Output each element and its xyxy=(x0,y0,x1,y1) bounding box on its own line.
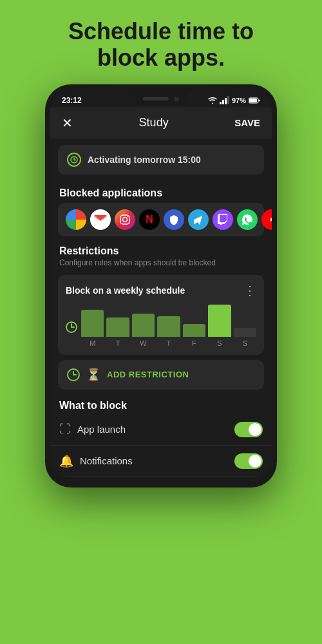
add-restriction-label[interactable]: ADD RESTRICTION xyxy=(107,370,189,379)
add-restriction-clock-icon xyxy=(67,368,80,381)
close-button[interactable]: ✕ xyxy=(62,115,73,131)
camera-dot xyxy=(174,97,179,102)
toggle-row-app-launch: ⛶ App launch xyxy=(50,414,272,446)
notifications-toggle[interactable] xyxy=(234,453,263,469)
toggle-row-notifications: 🔔 Notifications xyxy=(50,446,272,477)
app-icon-netflix[interactable]: N xyxy=(139,209,160,230)
restrictions-section: Restrictions Configure rules when apps s… xyxy=(50,239,272,270)
topbar: ✕ Study SAVE xyxy=(50,108,272,138)
signal-icon xyxy=(220,96,229,104)
add-restriction-button[interactable]: ⏳ ADD RESTRICTION xyxy=(58,360,264,390)
chart-clock-icon xyxy=(66,321,77,336)
restrictions-subtitle: Configure rules when apps should be bloc… xyxy=(59,258,263,267)
activation-banner: Activating tomorrow 15:00 xyxy=(58,145,264,175)
notifications-label: Notifications xyxy=(80,455,133,466)
add-restriction-hourglass-icon: ⏳ xyxy=(86,368,100,382)
svg-rect-11 xyxy=(222,216,223,219)
app-icon-telegram[interactable] xyxy=(188,209,209,230)
topbar-title: Study xyxy=(139,116,169,129)
activation-text: Activating tomorrow 15:00 xyxy=(88,155,201,165)
app-icon-relay[interactable] xyxy=(164,209,184,230)
status-time: 23:12 xyxy=(62,96,82,105)
app-icon-twitch[interactable] xyxy=(213,209,233,230)
weekly-title: Block on a weekly schedule xyxy=(66,285,185,296)
app-icon-instagram[interactable] xyxy=(115,209,135,230)
battery-icon xyxy=(249,97,260,104)
app-icon-youtube[interactable] xyxy=(261,209,272,230)
app-launch-toggle[interactable] xyxy=(234,422,263,437)
clock-icon xyxy=(67,153,81,167)
svg-rect-10 xyxy=(224,216,225,219)
phone-notch-center xyxy=(135,92,187,106)
phone-wrapper: 23:12 97% xyxy=(45,84,277,488)
app-icon-gmail[interactable] xyxy=(90,209,111,230)
app-icon-whatsapp[interactable] xyxy=(237,209,258,230)
app-launch-label: App launch xyxy=(77,424,126,435)
speaker xyxy=(143,97,169,100)
svg-rect-1 xyxy=(249,99,257,102)
wifi-icon xyxy=(208,97,217,104)
svg-point-9 xyxy=(128,216,129,217)
what-to-block-title: What to block xyxy=(50,393,272,414)
chart-bars: M T W T xyxy=(81,305,256,347)
apps-row: N ⋮ xyxy=(58,203,264,236)
app-launch-icon: ⛶ xyxy=(59,422,71,436)
weekly-schedule-card: Block on a weekly schedule ⋮ M xyxy=(58,275,264,355)
weekly-more-button[interactable]: ⋮ xyxy=(243,283,256,298)
notifications-icon: 🔔 xyxy=(59,454,73,468)
headline: Schedule time toblock apps. xyxy=(43,0,279,84)
app-icon-chrome[interactable] xyxy=(66,209,86,230)
blocked-apps-label: Blocked applications xyxy=(50,181,272,203)
restrictions-title: Restrictions xyxy=(59,245,263,257)
svg-rect-2 xyxy=(259,99,260,101)
battery-percent: 97% xyxy=(232,97,246,104)
svg-point-8 xyxy=(123,217,128,222)
save-button[interactable]: SAVE xyxy=(234,117,260,128)
